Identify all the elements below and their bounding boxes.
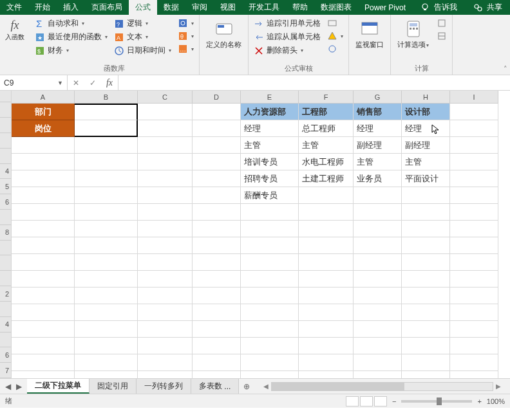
sheet-nav-next[interactable]: ▶ [16, 382, 22, 391]
cell[interactable] [241, 321, 299, 338]
cell[interactable] [193, 170, 241, 187]
sheet-tab-1[interactable]: 二级下拉菜单 [27, 379, 90, 394]
cell[interactable] [450, 204, 498, 221]
cell-B1[interactable] [75, 104, 138, 120]
cell-G4[interactable]: 主管 [354, 154, 402, 170]
cell[interactable] [450, 338, 498, 354]
autosum-button[interactable]: Σ自动求和▾ [32, 17, 110, 30]
cell[interactable] [138, 304, 193, 321]
cell[interactable] [299, 254, 354, 271]
col-header[interactable]: E [241, 91, 299, 104]
cell[interactable] [75, 187, 138, 204]
cell[interactable] [12, 371, 75, 378]
row-header[interactable]: 4 [0, 317, 11, 333]
cell[interactable] [241, 288, 299, 304]
cell[interactable] [299, 187, 354, 204]
cell-G1[interactable]: 销售部 [354, 104, 402, 120]
cell[interactable] [402, 221, 450, 237]
cell[interactable] [138, 288, 193, 304]
cell[interactable] [354, 221, 402, 237]
cell[interactable] [354, 338, 402, 354]
cell[interactable] [12, 221, 75, 237]
error-check-button[interactable]: ▾ [325, 30, 346, 42]
define-name-button[interactable]: 定义的名称 [202, 16, 245, 73]
cell[interactable] [193, 137, 241, 154]
cell[interactable] [354, 288, 402, 304]
cell[interactable] [354, 204, 402, 221]
cell[interactable] [299, 271, 354, 288]
cell[interactable] [12, 254, 75, 271]
cell[interactable] [193, 120, 241, 137]
cell-E3[interactable]: 主管 [241, 137, 299, 154]
horizontal-scrollbar[interactable]: ◀ ▶ [254, 382, 510, 391]
enter-formula-button[interactable]: ✓ [84, 78, 101, 87]
cell[interactable] [138, 120, 193, 137]
cell[interactable] [299, 221, 354, 237]
chevron-down-icon[interactable]: ▼ [57, 80, 63, 86]
cell-E4[interactable]: 培训专员 [241, 154, 299, 170]
cell[interactable] [402, 288, 450, 304]
row-header[interactable]: 4 [0, 164, 11, 179]
cell[interactable] [75, 254, 138, 271]
cell[interactable] [354, 321, 402, 338]
tab-powerpivot[interactable]: Power Pivot [358, 0, 412, 15]
ribbon-collapse-icon[interactable]: ˄ [504, 65, 507, 73]
cell[interactable] [193, 288, 241, 304]
cell[interactable] [193, 104, 241, 120]
cell[interactable] [241, 204, 299, 221]
row-header[interactable] [0, 133, 11, 149]
cell[interactable] [193, 237, 241, 254]
cell[interactable] [450, 354, 498, 371]
cell[interactable] [138, 170, 193, 187]
tab-file[interactable]: 文件 [0, 0, 28, 15]
cell[interactable] [241, 354, 299, 371]
cell[interactable] [241, 371, 299, 378]
cell[interactable] [241, 237, 299, 254]
cell-E1[interactable]: 人力资源部 [241, 104, 299, 120]
cell[interactable] [12, 271, 75, 288]
cell[interactable] [75, 304, 138, 321]
cell[interactable] [450, 371, 498, 378]
insert-function-button[interactable]: 入函数 [5, 33, 24, 41]
col-header[interactable]: H [402, 91, 450, 104]
cell[interactable] [75, 237, 138, 254]
name-box[interactable]: C9▼ [0, 75, 68, 90]
cell[interactable] [450, 104, 498, 120]
tab-layout[interactable]: 页面布局 [85, 0, 129, 15]
cell-A1[interactable]: 部门 [12, 104, 75, 120]
more-functions-button[interactable]: …▾ [175, 43, 196, 55]
row-header[interactable]: 6 [0, 347, 11, 363]
col-header[interactable]: D [193, 91, 241, 104]
cell-H2[interactable]: 经理 [402, 120, 450, 137]
trace-dependents-button[interactable]: 追踪从属单元格 [251, 31, 323, 43]
cell[interactable] [241, 271, 299, 288]
cell[interactable] [402, 254, 450, 271]
row-header[interactable] [0, 149, 11, 164]
tell-me[interactable]: 告诉我 [434, 2, 457, 13]
tab-view[interactable]: 视图 [214, 0, 242, 15]
cell[interactable] [12, 354, 75, 371]
cell[interactable] [354, 237, 402, 254]
cell[interactable] [450, 288, 498, 304]
cell[interactable] [241, 221, 299, 237]
cell[interactable] [241, 304, 299, 321]
cell[interactable] [138, 154, 193, 170]
cell[interactable] [75, 354, 138, 371]
tab-review[interactable]: 审阅 [185, 0, 214, 15]
financial-button[interactable]: $财务▾ [32, 44, 110, 57]
cell-H1[interactable]: 设计部 [402, 104, 450, 120]
row-header[interactable]: 6 [0, 194, 11, 210]
cell[interactable] [12, 187, 75, 204]
cell[interactable] [241, 254, 299, 271]
col-header[interactable]: F [299, 91, 354, 104]
row-header[interactable] [0, 210, 11, 225]
calc-now-button[interactable] [434, 17, 449, 29]
formula-input[interactable] [118, 75, 510, 90]
cell-H4[interactable]: 主管 [402, 154, 450, 170]
col-header[interactable]: I [450, 91, 498, 104]
cell[interactable] [193, 221, 241, 237]
cell[interactable] [450, 271, 498, 288]
cell[interactable] [354, 371, 402, 378]
cell[interactable] [75, 204, 138, 221]
evaluate-formula-button[interactable] [325, 43, 346, 55]
